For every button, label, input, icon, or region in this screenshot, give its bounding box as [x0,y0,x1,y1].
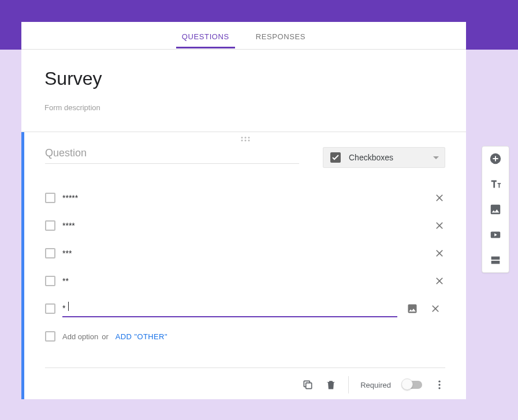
remove-option-button[interactable] [430,303,441,314]
checkbox-placeholder [45,193,55,203]
checkbox-placeholder [45,248,55,258]
more-options-button[interactable] [434,379,445,391]
option-text-input[interactable]: * [62,300,397,317]
form-header: Survey Form description [21,50,466,132]
option-row: ** [45,267,445,295]
checkbox-placeholder [45,276,55,286]
side-toolbar [482,146,509,273]
add-image-button[interactable] [407,303,418,314]
option-row: **** [45,212,445,239]
question-footer: Required [45,367,445,393]
add-option-row: Add option or ADD "OTHER" [45,322,445,350]
drag-handle-icon[interactable] [241,137,249,141]
svg-rect-6 [491,257,500,260]
remove-option-button[interactable] [434,247,445,259]
svg-rect-7 [491,261,500,264]
option-row: * [45,295,445,322]
required-toggle[interactable] [403,381,422,389]
question-title-input[interactable]: Question [45,147,299,164]
tab-questions[interactable]: QUESTIONS [176,22,235,48]
option-text-input[interactable]: ***** [62,190,424,206]
tab-responses[interactable]: RESPONSES [250,22,311,48]
add-question-button[interactable] [489,152,502,165]
tab-bar: QUESTIONS RESPONSES [21,22,466,50]
options-list: ***** **** *** [45,184,445,350]
question-type-dropdown[interactable]: Checkboxes [323,147,445,168]
add-section-button[interactable] [489,254,502,267]
duplicate-button[interactable] [302,379,314,391]
remove-option-button[interactable] [434,220,445,231]
question-card[interactable]: Question Checkboxes ***** [21,132,466,399]
svg-point-2 [438,384,440,385]
form-description[interactable]: Form description [44,103,443,112]
svg-point-3 [438,387,440,389]
option-row: *** [45,239,445,267]
option-text-input[interactable]: ** [62,273,424,289]
svg-point-1 [438,381,440,382]
chevron-down-icon [433,156,439,159]
svg-rect-0 [306,383,312,389]
option-text-input[interactable]: *** [62,245,424,261]
add-option-link[interactable]: Add option [62,332,98,341]
add-other-button[interactable]: ADD "OTHER" [115,332,167,341]
option-text-input[interactable]: **** [62,217,424,234]
form-editor: QUESTIONS RESPONSES Survey Form descript… [21,22,466,399]
form-title[interactable]: Survey [44,68,443,89]
add-option-or: or [102,332,109,341]
question-type-label: Checkboxes [349,153,425,162]
remove-option-button[interactable] [434,192,445,204]
required-label: Required [360,381,391,389]
add-video-button[interactable] [489,228,502,241]
checkbox-placeholder [45,220,55,231]
checkbox-placeholder [45,303,55,314]
divider [348,376,349,393]
checkbox-icon [330,152,341,163]
add-title-button[interactable] [489,178,502,190]
checkbox-placeholder [45,331,55,342]
delete-button[interactable] [325,379,337,391]
option-row: ***** [45,184,445,212]
remove-option-button[interactable] [434,275,445,287]
add-image-button[interactable] [489,203,502,216]
